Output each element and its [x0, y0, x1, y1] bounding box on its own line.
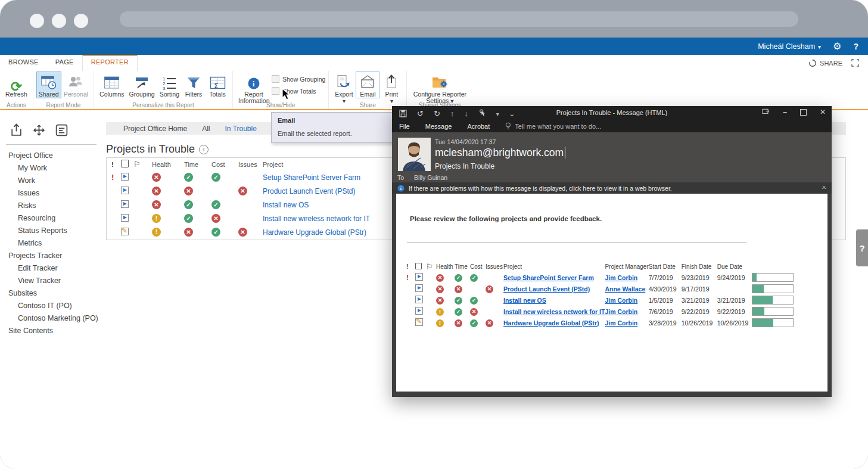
sidebar-item-view-tracker[interactable]: View Tracker	[0, 275, 105, 287]
project-type-icon[interactable]	[121, 173, 129, 181]
project-link[interactable]: Product Launch Event (PStd)	[263, 187, 355, 195]
manager-link[interactable]: Anne Wallace	[605, 285, 645, 293]
report-information-button[interactable]: i Report Information	[236, 72, 272, 105]
undo-icon[interactable]	[417, 109, 424, 118]
address-bar[interactable]	[120, 11, 798, 27]
health-header[interactable]: Health	[152, 161, 184, 168]
window-dot-3[interactable]	[74, 14, 88, 28]
sidebar-item-contoso-marketing[interactable]: Contoso Marketing (PO)	[0, 312, 105, 325]
manager-link[interactable]: Jim Corbin	[605, 319, 637, 327]
show-grouping-checkbox[interactable]: Show Grouping	[272, 75, 325, 83]
show-totals-checkbox[interactable]: Show Totals	[272, 87, 325, 95]
outlook-tab-acrobat[interactable]: Acrobat	[467, 123, 490, 130]
sidebar-item-site-contents[interactable]: Site Contents	[0, 325, 105, 337]
info-icon[interactable]	[199, 145, 209, 154]
sidebar-item-project-office[interactable]: Project Office	[0, 150, 105, 162]
help-icon[interactable]	[853, 42, 858, 51]
window-dot-2[interactable]	[52, 14, 66, 28]
project-type-icon[interactable]	[121, 214, 129, 222]
tab-browse[interactable]: BROWSE	[0, 55, 47, 71]
outlook-tab-message[interactable]: Message	[425, 123, 452, 130]
sidebar-item-metrics[interactable]: Metrics	[0, 237, 105, 250]
redo-icon[interactable]	[434, 109, 440, 118]
ribbon-tab-row: BROWSE PAGE REPORTER SHARE	[0, 55, 868, 71]
share-button[interactable]: SHARE	[808, 59, 842, 67]
touch-mode-icon[interactable]	[478, 108, 486, 119]
sidebar-item-edit-tracker[interactable]: Edit Tracker	[0, 262, 105, 275]
project-link[interactable]: Install new wireless network for IT	[263, 215, 370, 223]
select-all-checkbox-icon[interactable]	[121, 160, 129, 167]
due-date: 9/24/2019	[717, 272, 752, 283]
sidebar-item-risks[interactable]: Risks	[0, 200, 105, 212]
project-link[interactable]: Setup SharePoint Server Farm	[263, 173, 360, 182]
time-status-icon	[184, 187, 193, 195]
project-link[interactable]: Install new OS	[503, 297, 546, 304]
project-link[interactable]: Install new OS	[263, 201, 309, 209]
move-icon[interactable]	[31, 122, 47, 138]
sidebar-item-projects-tracker[interactable]: Projects Tracker	[0, 250, 105, 262]
user-menu[interactable]: Micheál Clesham	[758, 42, 821, 51]
recipient[interactable]: Billy Guinan	[414, 174, 447, 181]
close-icon[interactable]	[820, 108, 826, 116]
collapse-chevron-icon[interactable]	[822, 184, 826, 193]
project-link[interactable]: Hardware Upgrade Global (PStr)	[503, 319, 599, 327]
time-header[interactable]: Time	[184, 161, 211, 168]
filters-button[interactable]: Filters	[182, 72, 206, 98]
move-up-icon[interactable]	[450, 109, 455, 118]
outlook-tab-file[interactable]: File	[399, 123, 410, 130]
project-type-icon[interactable]	[121, 228, 129, 235]
focus-mode-icon[interactable]	[851, 58, 860, 67]
export-button[interactable]: Export	[332, 72, 356, 105]
tab-page[interactable]: PAGE	[47, 55, 82, 71]
columns-icon	[104, 73, 120, 90]
popout-icon[interactable]	[762, 108, 770, 116]
manager-link[interactable]: Jim Corbin	[605, 274, 637, 281]
tell-me-box[interactable]: Tell me what you want to do...	[505, 122, 601, 131]
print-button[interactable]: Print	[379, 72, 403, 105]
sidebar-item-resourcing[interactable]: Resourcing	[0, 212, 105, 225]
promote-icon[interactable]	[8, 122, 24, 138]
move-down-icon[interactable]	[464, 109, 468, 118]
project-link[interactable]: Hardware Upgrade Global (PStr)	[263, 228, 366, 237]
project-type-icon[interactable]	[121, 187, 129, 194]
maximize-icon[interactable]	[800, 109, 807, 116]
columns-button[interactable]: Columns	[97, 72, 126, 98]
sidebar-item-issues[interactable]: Issues	[0, 187, 105, 200]
refresh-button[interactable]: Refresh	[3, 72, 30, 98]
grouping-button[interactable]: Grouping	[127, 72, 157, 98]
nav-in-trouble[interactable]: In Trouble	[225, 125, 257, 133]
save-icon[interactable]	[399, 110, 407, 117]
sidebar-item-subsites[interactable]: Subsites	[0, 287, 105, 300]
sidebar-item-status-reports[interactable]: Status Reports	[0, 225, 105, 237]
sidebar-item-work[interactable]: Work	[0, 175, 105, 187]
window-dot-1[interactable]	[30, 14, 44, 28]
project-type-icon[interactable]	[121, 200, 129, 208]
customize-toolbar-icon[interactable]	[509, 109, 515, 118]
sorting-button[interactable]: 123 Sorting	[157, 72, 182, 98]
gear-icon[interactable]	[833, 41, 841, 52]
shared-mode-button[interactable]: Shared	[36, 72, 61, 98]
project-link[interactable]: Install new wireless network for IT	[503, 308, 605, 315]
finish-date: 9/23/2019	[682, 272, 717, 283]
help-feedback-tab[interactable]: ?	[856, 229, 868, 266]
project-link[interactable]: Product Launch Event (PStd)	[503, 285, 590, 293]
message-info-bar[interactable]: i If there are problems with how this me…	[392, 182, 832, 194]
totals-button[interactable]: Σ Totals	[206, 72, 229, 98]
tab-reporter[interactable]: REPORTER	[82, 55, 138, 71]
sidebar-item-contoso-it[interactable]: Contoso IT (PO)	[0, 300, 105, 312]
nav-project-office-home[interactable]: Project Office Home	[123, 125, 187, 133]
issues-header[interactable]: Issues	[238, 161, 263, 168]
nav-all[interactable]: All	[202, 125, 210, 133]
personal-mode-button[interactable]: Personal	[61, 72, 91, 98]
sidebar-item-my-work[interactable]: My Work	[0, 162, 105, 175]
project-link[interactable]: Setup SharePoint Server Farm	[503, 274, 594, 281]
sender-address[interactable]: mclesham@brightwork.com	[435, 147, 565, 159]
manager-link[interactable]: Jim Corbin	[605, 297, 637, 304]
cost-header[interactable]: Cost	[211, 161, 238, 168]
list-page-icon[interactable]	[54, 122, 70, 138]
configure-reporter-settings-button[interactable]: Configure Reporter Settings ▾	[410, 72, 469, 105]
minimize-icon[interactable]	[783, 108, 787, 116]
manager-link[interactable]: Jim Corbin	[605, 308, 637, 315]
email-button[interactable]: Email	[356, 72, 379, 98]
ribbon-group-share: Export Email Print Share	[329, 71, 407, 109]
